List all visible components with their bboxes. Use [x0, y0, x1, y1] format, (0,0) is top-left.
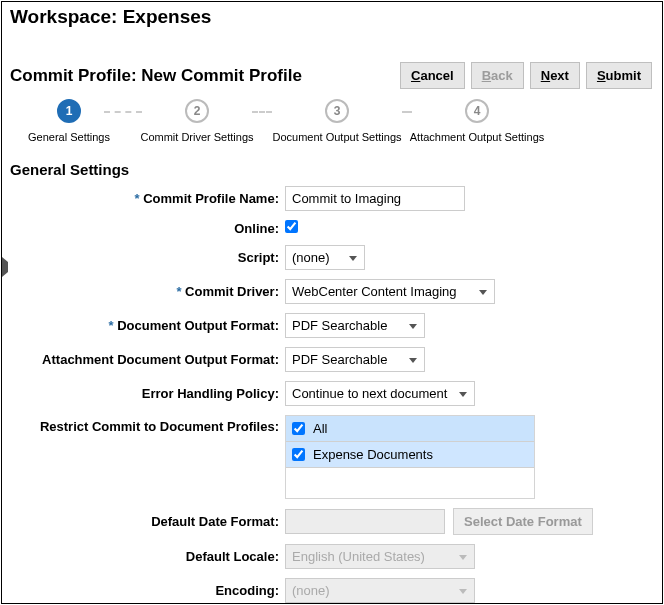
workspace-title: Workspace: Expenses: [2, 2, 662, 34]
commit-driver-select[interactable]: WebCenter Content Imaging: [285, 279, 495, 304]
cancel-button[interactable]: Cancel: [400, 62, 465, 89]
label-default-date-format: Default Date Format:: [10, 514, 285, 529]
label-default-locale: Default Locale:: [10, 549, 285, 564]
section-title-general: General Settings: [10, 161, 652, 178]
doc-output-format-select[interactable]: PDF Searchable: [285, 313, 425, 338]
select-date-format-button: Select Date Format: [453, 508, 593, 535]
online-checkbox[interactable]: [285, 220, 298, 233]
att-output-format-select[interactable]: PDF Searchable: [285, 347, 425, 372]
wizard-step-docout[interactable]: 3 Document Output Settings: [262, 99, 412, 143]
label-error-handling: Error Handling Policy:: [10, 386, 285, 401]
error-handling-select[interactable]: Continue to next document: [285, 381, 475, 406]
profile-row-all[interactable]: All: [286, 416, 534, 442]
wizard-step-attout[interactable]: 4 Attachment Output Settings: [402, 99, 552, 143]
wizard-step-label: Attachment Output Settings: [410, 131, 545, 143]
encoding-select: (none): [285, 578, 475, 603]
label-commit-driver: Commit Driver:: [10, 284, 285, 299]
wizard-step-label: Commit Driver Settings: [140, 131, 253, 143]
label-commit-profile-name: Commit Profile Name:: [10, 191, 285, 206]
label-att-output-format: Attachment Document Output Format:: [10, 352, 285, 367]
profile-all-checkbox[interactable]: [292, 422, 305, 435]
label-doc-output-format: Document Output Format:: [10, 318, 285, 333]
profile-expense-label: Expense Documents: [313, 447, 433, 462]
script-select[interactable]: (none): [285, 245, 365, 270]
expand-handle-icon[interactable]: [2, 257, 8, 277]
profile-expense-checkbox[interactable]: [292, 448, 305, 461]
wizard-step-number: 4: [465, 99, 489, 123]
commit-profile-name-input[interactable]: [285, 186, 465, 211]
label-online: Online:: [10, 221, 285, 236]
back-button: Back: [471, 62, 524, 89]
wizard-step-number: 3: [325, 99, 349, 123]
next-button[interactable]: Next: [530, 62, 580, 89]
restrict-profiles-list: All Expense Documents: [285, 415, 535, 499]
button-bar: Cancel Back Next Submit: [400, 62, 652, 89]
label-restrict-profiles: Restrict Commit to Document Profiles:: [10, 415, 285, 434]
default-date-format-input: [285, 509, 445, 534]
profile-all-label: All: [313, 421, 327, 436]
wizard-step-number: 1: [57, 99, 81, 123]
profile-row-expense[interactable]: Expense Documents: [286, 442, 534, 468]
wizard-stepper: 1 General Settings 2 Commit Driver Setti…: [24, 99, 652, 143]
submit-button[interactable]: Submit: [586, 62, 652, 89]
wizard-step-driver[interactable]: 2 Commit Driver Settings: [132, 99, 262, 143]
wizard-step-label: General Settings: [28, 131, 110, 143]
commit-profile-title: Commit Profile: New Commit Profile: [10, 66, 302, 86]
wizard-step-number: 2: [185, 99, 209, 123]
label-script: Script:: [10, 250, 285, 265]
wizard-step-general[interactable]: 1 General Settings: [24, 99, 114, 143]
default-locale-select: English (United States): [285, 544, 475, 569]
label-encoding: Encoding:: [10, 583, 285, 598]
profile-list-empty-space: [286, 468, 534, 498]
wizard-step-label: Document Output Settings: [272, 131, 401, 143]
